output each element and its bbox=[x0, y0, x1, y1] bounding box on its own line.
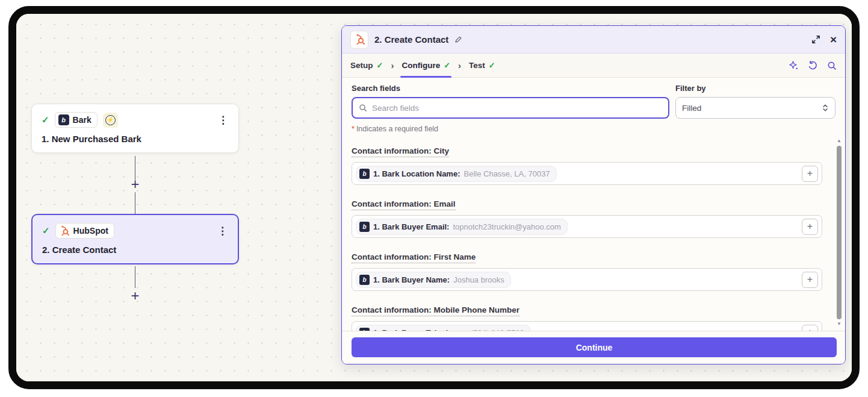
bark-app-badge: b Bark bbox=[55, 112, 98, 128]
trigger-indicator: ⚡ bbox=[103, 113, 118, 128]
required-note-text: Indicates a required field bbox=[356, 125, 438, 133]
required-field-note: *Indicates a required field bbox=[352, 125, 835, 133]
bark-app-icon: b bbox=[359, 328, 370, 331]
mapped-data-token[interactable]: b 1. Bark Buyer Name: Joshua brooks bbox=[356, 272, 511, 288]
field-group-first-name: Contact information: First Name b 1. Bar… bbox=[352, 251, 822, 291]
token-label: 1. Bark Buyer Name: bbox=[373, 275, 450, 284]
workflow-step-2-card[interactable]: ✓ bbox=[31, 214, 239, 264]
insert-data-button[interactable]: + bbox=[802, 219, 818, 235]
step-success-check-icon: ✓ bbox=[42, 225, 50, 236]
expand-panel-icon[interactable] bbox=[811, 35, 820, 44]
tab-complete-check-icon: ✓ bbox=[444, 61, 450, 70]
token-value: (504) 346-5729 bbox=[471, 328, 524, 331]
tab-complete-check-icon: ✓ bbox=[489, 61, 495, 70]
step-editor-panel: 2. Create Contact × Setup ✓ bbox=[341, 25, 846, 364]
panel-tab-bar: Setup ✓ › Configure ✓ › Test ✓ bbox=[342, 54, 845, 78]
field-input[interactable]: b 1. Bark Buyer Email: topnotch23truckin… bbox=[352, 215, 822, 238]
tab-label: Test bbox=[469, 61, 485, 70]
add-step-button[interactable]: + bbox=[128, 177, 143, 192]
panel-footer: Continue bbox=[342, 331, 845, 364]
workflow-step-1-card[interactable]: ✓ b Bark ⚡ ⋮ 1. New Purchased Bark bbox=[31, 104, 239, 153]
search-icon[interactable] bbox=[827, 61, 837, 70]
bark-app-icon: b bbox=[359, 169, 370, 179]
field-label: Contact information: First Name bbox=[352, 252, 476, 263]
token-value: Joshua brooks bbox=[453, 275, 504, 284]
tab-setup[interactable]: Setup ✓ bbox=[350, 54, 383, 78]
filter-select[interactable]: Filled bbox=[675, 97, 835, 119]
token-value: topnotch23truckin@yahoo.com bbox=[453, 222, 560, 231]
field-group-city: Contact information: City b 1. Bark Loca… bbox=[352, 145, 822, 185]
continue-button[interactable]: Continue bbox=[352, 337, 837, 357]
insert-data-button[interactable]: + bbox=[802, 325, 818, 331]
search-fields-box bbox=[352, 97, 669, 119]
lightning-bolt-icon: ⚡ bbox=[105, 115, 116, 125]
field-input[interactable]: b 1. Bark Buyer Telephone: (504) 346-572… bbox=[352, 321, 822, 331]
hubspot-app-icon bbox=[59, 225, 70, 236]
step-menu-kebab-icon[interactable]: ⋮ bbox=[217, 226, 228, 236]
insert-data-button[interactable]: + bbox=[802, 272, 818, 288]
add-step-button[interactable]: + bbox=[128, 288, 143, 303]
hubspot-app-badge: HubSpot bbox=[55, 223, 114, 239]
field-label: Contact information: Mobile Phone Number bbox=[352, 305, 519, 316]
step-success-check-icon: ✓ bbox=[42, 114, 49, 125]
panel-title: 2. Create Contact bbox=[374, 34, 448, 45]
token-label: 1. Bark Buyer Email: bbox=[373, 222, 449, 231]
app-name: HubSpot bbox=[73, 226, 108, 236]
token-label: 1. Bark Location Name: bbox=[373, 169, 460, 178]
connector-line bbox=[135, 192, 136, 214]
app-window-frame: ✓ b Bark ⚡ ⋮ 1. New Purchased Bark + ✓ bbox=[8, 6, 860, 389]
scroll-up-arrow[interactable]: ▲ bbox=[837, 138, 842, 144]
hubspot-app-icon bbox=[350, 31, 368, 49]
field-input[interactable]: b 1. Bark Buyer Name: Joshua brooks + bbox=[352, 268, 822, 291]
tab-label: Setup bbox=[350, 61, 373, 70]
step-menu-kebab-icon[interactable]: ⋮ bbox=[218, 115, 229, 125]
bark-app-icon: b bbox=[359, 275, 370, 285]
connector-line bbox=[135, 266, 136, 288]
search-fields-input[interactable] bbox=[372, 104, 662, 113]
panel-header: 2. Create Contact × bbox=[342, 26, 845, 54]
bark-app-icon: b bbox=[359, 222, 370, 232]
bark-app-icon: b bbox=[58, 114, 69, 125]
step-title: 1. New Purchased Bark bbox=[42, 134, 229, 144]
close-panel-icon[interactable]: × bbox=[830, 34, 837, 45]
search-fields-label: Search fields bbox=[352, 84, 669, 93]
tab-complete-check-icon: ✓ bbox=[377, 61, 383, 70]
select-chevrons-icon bbox=[822, 104, 829, 112]
mapped-data-token[interactable]: b 1. Bark Buyer Email: topnotch23truckin… bbox=[356, 219, 568, 235]
token-value: Belle Chasse, LA, 70037 bbox=[464, 169, 550, 178]
mapped-data-token[interactable]: b 1. Bark Location Name: Belle Chasse, L… bbox=[356, 166, 557, 182]
app-name: Bark bbox=[73, 115, 91, 125]
edit-title-pencil-icon[interactable] bbox=[454, 36, 462, 43]
scroll-down-arrow[interactable]: ▼ bbox=[837, 321, 842, 327]
ai-sparkle-icon[interactable] bbox=[789, 60, 799, 70]
tab-test[interactable]: Test ✓ bbox=[469, 54, 495, 78]
token-label: 1. Bark Buyer Telephone: bbox=[373, 328, 467, 331]
scrollbar-thumb[interactable] bbox=[837, 146, 842, 319]
field-label: Contact information: City bbox=[352, 146, 449, 157]
workflow-canvas[interactable]: ✓ b Bark ⚡ ⋮ 1. New Purchased Bark + ✓ bbox=[16, 14, 852, 381]
panel-content: Search fields Filter by Filled bbox=[342, 78, 845, 331]
chevron-right-icon: › bbox=[458, 60, 461, 70]
mapped-fields-list: Contact information: City b 1. Bark Loca… bbox=[352, 145, 835, 331]
field-group-email: Contact information: Email b 1. Bark Buy… bbox=[352, 198, 822, 238]
tab-configure[interactable]: Configure ✓ bbox=[401, 54, 450, 78]
field-label: Contact information: Email bbox=[352, 199, 456, 210]
panel-scrollbar: ▲ ▼ bbox=[835, 138, 843, 327]
step-title: 2. Create Contact bbox=[42, 245, 228, 255]
mapped-data-token[interactable]: b 1. Bark Buyer Telephone: (504) 346-572… bbox=[356, 325, 531, 331]
filter-selected-value: Filled bbox=[682, 104, 701, 113]
field-input[interactable]: b 1. Bark Location Name: Belle Chasse, L… bbox=[352, 162, 822, 185]
insert-data-button[interactable]: + bbox=[802, 166, 818, 182]
search-icon bbox=[359, 104, 367, 112]
tab-label: Configure bbox=[401, 61, 440, 70]
refresh-undo-icon[interactable] bbox=[808, 60, 818, 70]
chevron-right-icon: › bbox=[391, 60, 394, 70]
filter-by-label: Filter by bbox=[675, 84, 835, 93]
field-group-mobile-phone: Contact information: Mobile Phone Number… bbox=[352, 304, 822, 331]
required-asterisk: * bbox=[352, 125, 355, 133]
